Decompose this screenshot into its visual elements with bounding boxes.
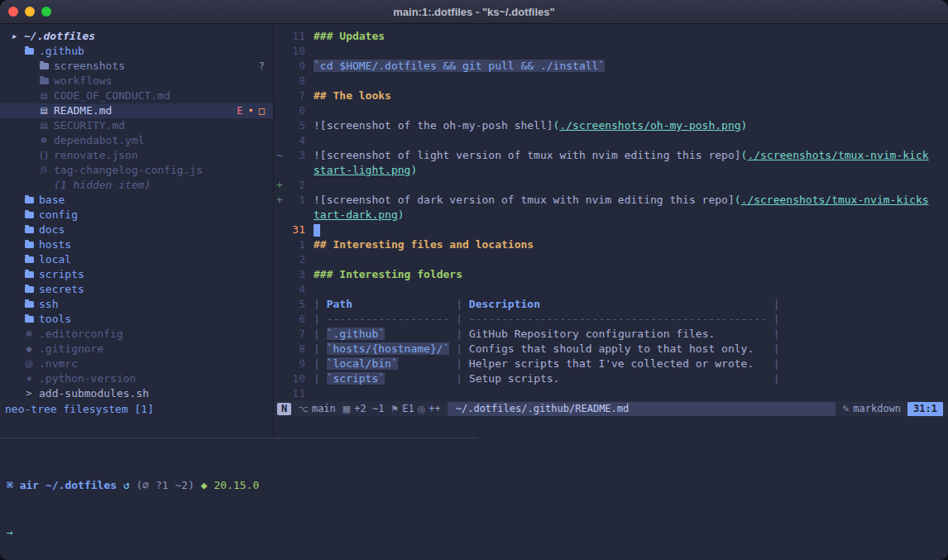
folder-glyph: [25, 227, 34, 233]
tree-item-label: .github: [39, 44, 84, 59]
editor-line[interactable]: 4: [274, 282, 948, 297]
tree-item-ssh[interactable]: ssh: [0, 297, 273, 312]
zoom-window-button[interactable]: [41, 7, 51, 17]
editor-buffer[interactable]: 11### Updates 10 9`cd $HOME/.dotfiles &&…: [274, 29, 948, 401]
editor-line[interactable]: 8: [274, 74, 948, 89]
line-content: | Path | Description |: [314, 297, 948, 312]
tree-item-label: .editorconfig: [39, 327, 123, 342]
file-path[interactable]: ~/.dotfiles/.github/README.md: [448, 402, 835, 416]
text-segment: |: [449, 313, 468, 325]
line-content: tart-dark.png): [314, 208, 948, 223]
tree-item-python-version[interactable]: ∗.python-version: [0, 371, 273, 386]
markdown-link[interactable]: start-light.png: [314, 164, 410, 176]
text-segment: ![screenshot of dark version of tmux wit…: [314, 194, 735, 206]
folder-icon: [38, 63, 50, 69]
tree-item-editorconfig[interactable]: ☸.editorconfig: [0, 327, 273, 342]
text-segment: ### Interesting folders: [314, 268, 462, 280]
tree-item-config[interactable]: config: [0, 208, 273, 223]
editor-line[interactable]: 10| `scripts` | Setup scripts. |: [274, 371, 948, 386]
editor-line[interactable]: 31: [274, 223, 948, 237]
tree-item-secrets[interactable]: secrets: [0, 282, 273, 297]
editor-line[interactable]: 7## The looks: [274, 89, 948, 103]
editor-line[interactable]: 5![screenshot of the oh-my-posh shell](.…: [274, 118, 948, 133]
editor-line[interactable]: 11: [274, 386, 948, 401]
text-segment: Path: [327, 298, 352, 310]
tree-item-label: screenshots: [54, 59, 125, 74]
tree-item-code-of-conduct-md[interactable]: ▤CODE_OF_CONDUCT.md: [0, 89, 273, 103]
tree-item-add-submodules-sh[interactable]: >add-submodules.sh: [0, 386, 273, 401]
editor-line[interactable]: 8| `hosts/{hostname}/` | Configs that sh…: [274, 342, 948, 357]
window-title: main:1:.dotfiles - "ks~/.dotfiles": [393, 6, 554, 18]
text-segment: `hosts/{hostname}/`: [327, 342, 450, 355]
editor-line[interactable]: tart-dark.png): [274, 208, 948, 223]
shell-pane[interactable]: ⌘ air ~/.dotfiles ↺ (⌀ ?1 ~2) ◆ 20.15.0 …: [0, 438, 948, 560]
tree-item-1-hidden-item[interactable]: (1 hidden item): [0, 178, 273, 193]
line-number: 31: [285, 223, 305, 237]
mode-indicator: N: [277, 403, 291, 415]
markdown-link[interactable]: ./screenshots/tmux-nvim-kick: [747, 149, 928, 161]
tree-item-dependabot-yml[interactable]: ☸dependabot.yml: [0, 133, 273, 148]
text-segment: |: [314, 328, 327, 340]
text-segment: ![screenshot of the oh-my-posh shell]: [314, 119, 553, 132]
editor-line[interactable]: start-light.png): [274, 163, 948, 178]
text-segment: |: [767, 357, 780, 370]
editor-line[interactable]: +1![screenshot of dark version of tmux w…: [274, 193, 948, 208]
text-segment: |: [314, 298, 327, 310]
line-number: 2: [285, 252, 305, 267]
tree-item-security-md[interactable]: ▤SECURITY.md: [0, 118, 273, 133]
tree-item-screenshots[interactable]: screenshots?: [0, 59, 273, 74]
line-number: 4: [285, 133, 305, 148]
titlebar: main:1:.dotfiles - "ks~/.dotfiles": [0, 0, 948, 24]
text-segment: Description: [469, 298, 540, 310]
pane-separator-horizontal[interactable]: [0, 438, 948, 438]
tree-item-github[interactable]: .github: [0, 44, 273, 59]
editor-line[interactable]: 10: [274, 44, 948, 59]
tree-item-dotfiles[interactable]: ▸~/.dotfiles: [0, 29, 273, 44]
markdown-link[interactable]: tart-dark.png: [314, 208, 398, 221]
line-content: [314, 74, 948, 89]
folder-icon: [23, 212, 35, 218]
editor-line[interactable]: 5| Path | Description |: [274, 297, 948, 312]
markdown-link[interactable]: ./screenshots/oh-my-posh.png: [559, 119, 740, 132]
text-segment: |: [767, 342, 780, 355]
editor-line[interactable]: 6| ------------------- | ---------------…: [274, 312, 948, 327]
tree-item-local[interactable]: local: [0, 252, 273, 267]
editor-line[interactable]: 1## Interesting files and locations: [274, 237, 948, 252]
line-content: ![screenshot of light version of tmux wi…: [314, 148, 948, 163]
editor-line[interactable]: ~3![screenshot of light version of tmux …: [274, 148, 948, 163]
sign-column: [274, 223, 285, 237]
text-segment: [385, 328, 449, 340]
editor-line[interactable]: 2: [274, 252, 948, 267]
line-number: 7: [285, 327, 305, 342]
close-window-button[interactable]: [8, 7, 18, 17]
editor-line[interactable]: 3### Interesting folders: [274, 267, 948, 282]
neo-tree-sidebar: ▸~/.dotfiles.githubscreenshots?workflows…: [0, 24, 273, 438]
tree-item-label: ssh: [39, 297, 58, 312]
tree-item-scripts[interactable]: scripts: [0, 267, 273, 282]
editor-line[interactable]: 11### Updates: [274, 29, 948, 44]
prompt-node-version: ◆ 20.15.0: [201, 479, 259, 491]
line-number: 7: [285, 89, 305, 103]
line-content: ## The looks: [314, 89, 948, 103]
editor-line[interactable]: 4: [274, 133, 948, 148]
git-branch-icon: ⌥: [298, 404, 309, 414]
tree-item-nvmrc[interactable]: @.nvmrc: [0, 357, 273, 371]
editor-line[interactable]: 9`cd $HOME/.dotfiles && git pull && ./in…: [274, 59, 948, 74]
tree-item-gitignore[interactable]: ◆.gitignore: [0, 342, 273, 357]
tree-item-renovate-json[interactable]: {}renovate.json: [0, 148, 273, 163]
tree-item-workflows[interactable]: workflows: [0, 74, 273, 89]
minimize-window-button[interactable]: [25, 7, 35, 17]
editor-line[interactable]: +2: [274, 178, 948, 193]
tree-item-base[interactable]: base: [0, 193, 273, 208]
tree-item-tools[interactable]: tools: [0, 312, 273, 327]
editor-line[interactable]: 6: [274, 103, 948, 118]
tree-item-docs[interactable]: docs: [0, 223, 273, 237]
editor-line[interactable]: 9| `local/bin` | Helper scripts that I'v…: [274, 357, 948, 371]
diff-icon: ▦: [342, 404, 351, 414]
text-segment: |: [767, 313, 780, 325]
tree-item-hosts[interactable]: hosts: [0, 237, 273, 252]
tree-item-readme-md[interactable]: ▤README.mdE•□: [0, 103, 273, 118]
markdown-link[interactable]: ./screenshots/tmux-nvim-kicks: [741, 194, 929, 206]
tree-item-tag-changelog-config-js[interactable]: JStag-changelog-config.js: [0, 163, 273, 178]
editor-line[interactable]: 7| `.github` | GitHub Repository configu…: [274, 327, 948, 342]
